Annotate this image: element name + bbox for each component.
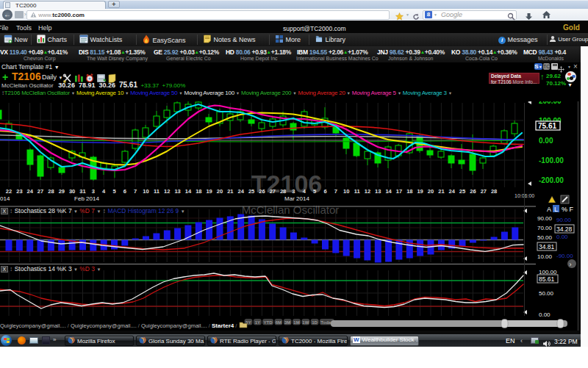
svg-text:% F: % F bbox=[562, 206, 574, 213]
svg-text:28: 28 bbox=[48, 188, 54, 195]
svg-text:5: 5 bbox=[313, 188, 316, 195]
svg-text:014: 014 bbox=[0, 195, 10, 202]
svg-text:24: 24 bbox=[449, 188, 456, 195]
svg-text:34.28: 34.28 bbox=[556, 226, 573, 233]
svg-text:7: 7 bbox=[134, 188, 137, 195]
svg-text:7: 7 bbox=[334, 188, 337, 195]
svg-text:85.61: 85.61 bbox=[539, 275, 555, 283]
svg-text:18: 18 bbox=[196, 188, 201, 195]
svg-text:21: 21 bbox=[438, 188, 444, 195]
svg-text:28: 28 bbox=[491, 188, 497, 195]
svg-text:26: 26 bbox=[259, 188, 265, 195]
svg-text:-200.00: -200.00 bbox=[539, 176, 564, 184]
svg-text:17: 17 bbox=[396, 188, 402, 195]
svg-text:Feb 2014: Feb 2014 bbox=[74, 195, 99, 202]
svg-text:10: 10 bbox=[343, 188, 349, 195]
svg-text:14: 14 bbox=[385, 188, 392, 195]
svg-text:Mar 2014: Mar 2014 bbox=[284, 195, 309, 202]
svg-text:24: 24 bbox=[27, 188, 34, 195]
svg-text:11: 11 bbox=[154, 188, 159, 195]
svg-text:6: 6 bbox=[323, 188, 326, 195]
svg-text:YTD: YTD bbox=[264, 320, 273, 325]
svg-text:6: 6 bbox=[123, 188, 126, 195]
svg-text:30: 30 bbox=[69, 188, 75, 195]
svg-text:23: 23 bbox=[16, 188, 22, 195]
svg-text:70.00: 70.00 bbox=[537, 225, 553, 231]
svg-text:50.00: 50.00 bbox=[537, 234, 553, 241]
svg-text:19: 19 bbox=[206, 188, 212, 195]
svg-text:34.81: 34.81 bbox=[539, 243, 555, 250]
svg-text:21: 21 bbox=[227, 188, 233, 195]
svg-text:20: 20 bbox=[428, 188, 434, 195]
svg-text:19: 19 bbox=[417, 188, 423, 195]
svg-text:27: 27 bbox=[270, 188, 276, 195]
svg-text:20: 20 bbox=[217, 188, 223, 195]
svg-text:75.61: 75.61 bbox=[538, 122, 556, 130]
svg-text:0.00: 0.00 bbox=[539, 137, 553, 145]
svg-text:3: 3 bbox=[92, 188, 95, 195]
svg-text:25: 25 bbox=[459, 188, 465, 195]
svg-text:13: 13 bbox=[375, 188, 381, 195]
svg-text:1W: 1W bbox=[302, 320, 309, 325]
svg-text:10: 10 bbox=[143, 188, 148, 195]
svg-text:A: A bbox=[547, 206, 551, 213]
svg-text:28: 28 bbox=[280, 188, 286, 195]
svg-text:-90.00: -90.00 bbox=[556, 253, 573, 259]
svg-text:90.00: 90.00 bbox=[537, 215, 553, 222]
svg-text:29: 29 bbox=[59, 188, 65, 195]
svg-text:0.00: 0.00 bbox=[539, 311, 551, 318]
svg-text:13: 13 bbox=[174, 188, 180, 195]
svg-text:3: 3 bbox=[292, 188, 295, 195]
svg-text:12: 12 bbox=[365, 188, 370, 195]
svg-text:McClellan Oscillator: McClellan Oscillator bbox=[242, 203, 340, 216]
svg-text:27: 27 bbox=[481, 188, 487, 195]
svg-text:L: L bbox=[554, 206, 558, 213]
svg-text:200.00: 200.00 bbox=[539, 101, 562, 105]
svg-text:0.00: 0.00 bbox=[556, 234, 568, 240]
svg-text:26: 26 bbox=[470, 188, 476, 195]
svg-text:1M: 1M bbox=[293, 320, 299, 325]
svg-text:31: 31 bbox=[79, 188, 85, 195]
svg-text:1D: 1D bbox=[312, 320, 318, 325]
svg-text:5: 5 bbox=[112, 188, 115, 195]
svg-text:6M: 6M bbox=[276, 320, 282, 325]
svg-text:18: 18 bbox=[406, 188, 412, 195]
svg-text:50.00: 50.00 bbox=[539, 290, 554, 297]
svg-text:22: 22 bbox=[6, 188, 12, 195]
svg-text:11: 11 bbox=[354, 188, 360, 195]
svg-text:-100.00: -100.00 bbox=[539, 156, 564, 165]
svg-text:27: 27 bbox=[37, 188, 43, 195]
svg-text:25: 25 bbox=[248, 188, 254, 195]
svg-text:1Y: 1Y bbox=[255, 320, 260, 325]
svg-text:14: 14 bbox=[185, 188, 192, 195]
svg-text:›: › bbox=[570, 261, 572, 268]
svg-text:3M: 3M bbox=[284, 320, 290, 325]
svg-text:10.00: 10.00 bbox=[537, 253, 553, 260]
svg-text:90.00: 90.00 bbox=[556, 217, 572, 223]
svg-text:24: 24 bbox=[238, 188, 245, 195]
svg-text:12: 12 bbox=[164, 188, 170, 195]
